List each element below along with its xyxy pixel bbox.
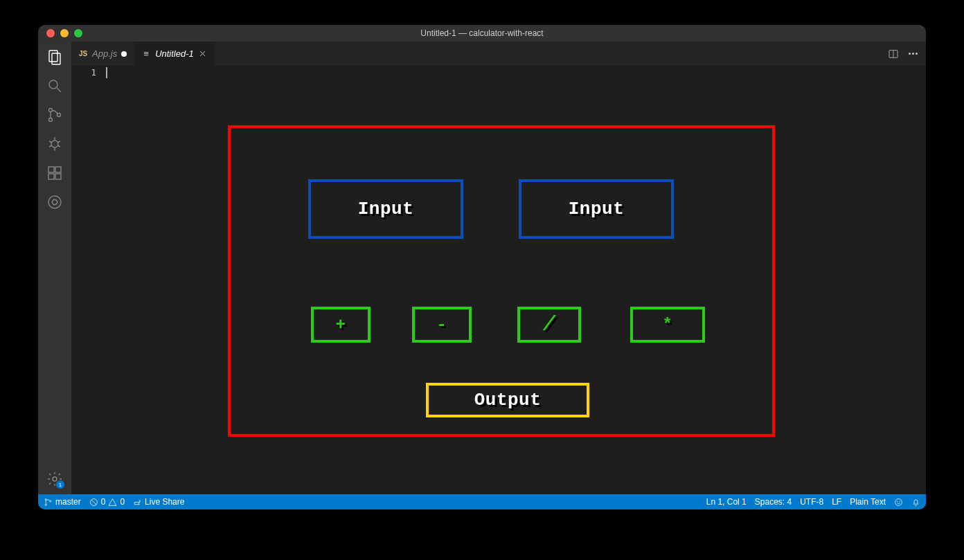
code-area[interactable]: [106, 66, 926, 494]
titlebar: Untitled-1 — calculator-with-react: [38, 25, 926, 42]
status-cursor-position[interactable]: Ln 1, Col 1: [706, 497, 747, 507]
svg-rect-1: [52, 53, 60, 64]
input-2-label: Input: [569, 199, 625, 219]
op-button-minus: -: [412, 307, 472, 343]
window-title: Untitled-1 — calculator-with-react: [38, 28, 926, 38]
search-icon[interactable]: [46, 78, 63, 94]
tab-untitled-1[interactable]: ≡ Untitled-1: [134, 42, 215, 66]
op-minus-label: -: [437, 316, 447, 334]
op-button-plus: +: [311, 307, 371, 343]
dirty-indicator-icon: [121, 51, 127, 57]
window-controls: [38, 29, 82, 37]
tab-label: Untitled-1: [155, 48, 194, 59]
svg-rect-16: [55, 174, 61, 179]
op-multiply-label: *: [663, 316, 673, 334]
status-eol[interactable]: LF: [832, 497, 841, 507]
warning-count: 0: [120, 497, 125, 507]
svg-point-31: [900, 501, 900, 502]
svg-rect-14: [48, 167, 54, 172]
line-number: 1: [71, 67, 96, 78]
source-control-icon[interactable]: [46, 107, 63, 123]
status-problems[interactable]: 0 0: [89, 497, 125, 507]
editor[interactable]: 1 Input Input + -: [71, 66, 926, 494]
op-button-multiply: *: [630, 307, 705, 343]
svg-point-25: [45, 504, 46, 505]
svg-point-6: [57, 114, 61, 117]
status-indentation[interactable]: Spaces: 4: [755, 497, 792, 507]
status-live-share[interactable]: Live Share: [133, 497, 184, 507]
svg-line-10: [57, 141, 60, 143]
svg-point-24: [45, 498, 46, 500]
text-cursor: [106, 67, 107, 78]
settings-badge: 1: [56, 480, 64, 489]
svg-rect-17: [55, 167, 61, 172]
tab-app-js[interactable]: JS App.js: [71, 42, 134, 66]
close-window-button[interactable]: [46, 29, 55, 37]
minimize-window-button[interactable]: [60, 29, 69, 37]
error-count: 0: [101, 497, 106, 507]
svg-point-2: [49, 80, 57, 89]
debug-icon[interactable]: [46, 136, 63, 152]
editor-group: JS App.js ≡ Untitled-1: [71, 42, 926, 494]
svg-rect-0: [49, 51, 57, 62]
svg-point-5: [49, 118, 53, 122]
svg-line-11: [49, 145, 52, 147]
status-bell-icon[interactable]: [911, 498, 920, 507]
op-plus-label: +: [336, 316, 346, 334]
status-branch[interactable]: master: [44, 497, 81, 507]
maximize-window-button[interactable]: [74, 29, 82, 37]
extensions-icon[interactable]: [46, 165, 63, 181]
svg-point-18: [48, 196, 61, 208]
close-tab-icon[interactable]: [198, 49, 208, 59]
input-box-1: Input: [308, 179, 463, 239]
svg-line-28: [91, 500, 96, 505]
op-button-divide: /: [517, 307, 581, 343]
status-encoding[interactable]: UTF-8: [800, 497, 823, 507]
output-box: Output: [426, 383, 589, 417]
live-share-icon[interactable]: [46, 194, 63, 210]
output-label: Output: [474, 390, 542, 410]
status-bar: master 0 0 Live Share Ln 1, Col 1 Spaces…: [38, 494, 926, 509]
status-language[interactable]: Plain Text: [850, 497, 886, 507]
svg-line-3: [57, 88, 61, 92]
input-box-2: Input: [519, 179, 674, 239]
branch-name: master: [55, 497, 81, 507]
text-file-icon: ≡: [141, 48, 151, 59]
op-divide-label: /: [543, 313, 556, 336]
svg-rect-15: [48, 174, 54, 179]
svg-point-4: [49, 109, 53, 112]
svg-line-9: [49, 141, 52, 143]
tab-bar: JS App.js ≡ Untitled-1: [71, 42, 926, 66]
more-actions-icon[interactable]: [909, 53, 918, 55]
svg-point-7: [51, 141, 58, 147]
vscode-window: Untitled-1 — calculator-with-react: [38, 25, 926, 509]
editor-actions: [888, 42, 926, 66]
gear-icon[interactable]: 1: [46, 471, 63, 487]
explorer-icon[interactable]: [46, 48, 63, 65]
live-share-label: Live Share: [145, 497, 184, 507]
js-file-icon: JS: [78, 50, 88, 57]
status-feedback-icon[interactable]: [894, 498, 903, 507]
svg-point-29: [895, 498, 902, 505]
activity-bar: 1: [38, 42, 71, 494]
split-editor-icon[interactable]: [888, 48, 899, 60]
svg-point-26: [50, 500, 51, 501]
svg-line-12: [57, 145, 60, 147]
line-gutter: 1: [71, 66, 106, 494]
input-1-label: Input: [358, 199, 414, 219]
svg-point-19: [53, 477, 57, 481]
svg-point-30: [898, 501, 898, 502]
tab-label: App.js: [92, 48, 117, 59]
